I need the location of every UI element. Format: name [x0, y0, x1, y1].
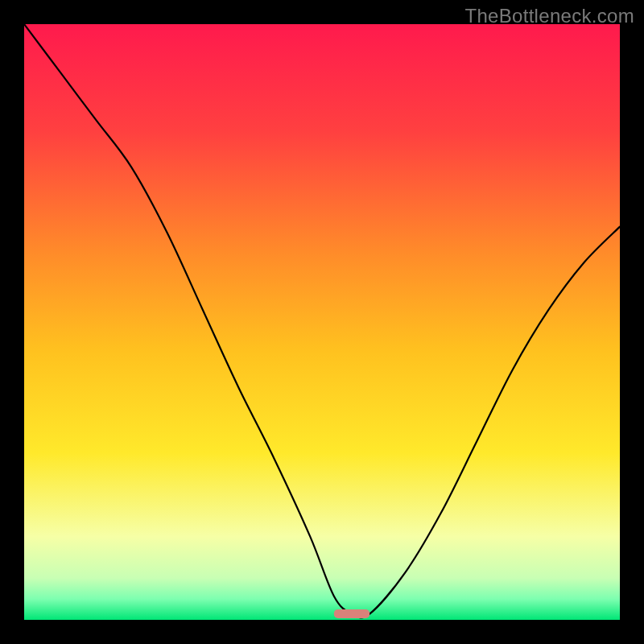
chart-frame: TheBottleneck.com — [0, 0, 644, 644]
chart-svg — [24, 24, 620, 620]
bottleneck-chart — [24, 24, 620, 620]
optimal-marker — [334, 609, 369, 618]
chart-background — [24, 24, 620, 620]
